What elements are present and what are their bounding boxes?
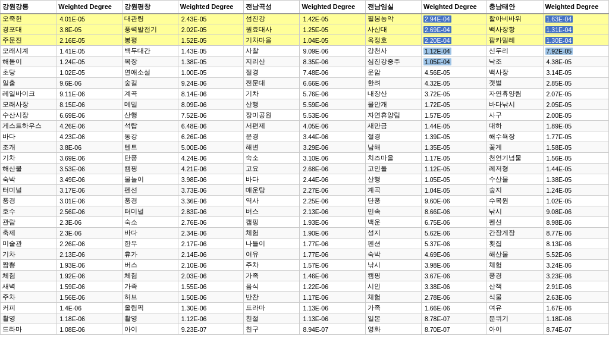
taean-val: 8.74E-07 [543,324,608,335]
taean-val: 3.24E-06 [543,260,608,271]
gangneung-name: 모래시계 [1,46,56,57]
value-badge: 2.3E-06 [58,218,83,227]
taean-name: 숲지 [487,185,543,196]
taean-name: 해산물 [487,249,543,260]
value-badge: 1.31E-04 [545,26,573,33]
table-row: 오죽헌 4.01E-05 대관령 2.43E-05 섬진강 1.42E-05 필… [1,14,609,24]
gokseong-val: 2.44E-06 [300,174,365,185]
pyeongchang-val: 2.76E-06 [178,217,243,228]
value-badge: 1.59E-06 [58,283,86,291]
value-badge: 2.76E-06 [180,218,208,227]
value-badge: 1.89E-05 [545,122,573,130]
imsil-name: 캠핑 [365,271,421,281]
value-badge: 2.16E-05 [58,37,86,44]
table-body: 오죽헌 4.01E-05 대관령 2.43E-05 섬진강 1.42E-05 필… [1,14,609,335]
value-badge: 1.05E-04 [423,58,451,65]
value-badge: 1.4E-06 [58,304,83,312]
taean-val: 5.52E-06 [543,249,608,260]
value-badge: 2.69E-04 [423,26,451,33]
gokseong-name: 장미공원 [244,110,300,121]
table-row: 일출 9.6E-06 숲길 9.24E-06 전문대 6.66E-06 한려 4… [1,78,609,89]
gangneung-name: 기차 [1,153,56,164]
value-badge: 8.94E-07 [302,325,329,334]
imsil-val: 1.35E-05 [422,142,487,153]
table-row: 기차 3.69E-06 단풍 4.24E-06 숙소 3.10E-06 치즈마을… [1,153,609,164]
imsil-val: 1.04E-05 [422,185,487,196]
value-badge: 1.67E-06 [545,304,573,312]
gokseong-val: 1.90E-06 [300,228,365,239]
imsil-name: 성지 [365,228,421,239]
table-row: 수산시장 6.69E-06 산행 7.52E-06 장미공원 5.53E-06 … [1,110,609,121]
imsil-val: 9.60E-06 [422,196,487,206]
gokseong-name: 고요 [244,164,300,174]
gangneung-name: 주차 [1,292,56,303]
value-badge: 3.38E-06 [423,283,451,291]
gokseong-name: 매운탕 [244,185,300,196]
gokseong-val: 6.66E-06 [300,78,365,89]
taean-name: 수산물 [487,174,543,185]
value-badge: 1.00E-05 [180,68,208,77]
gangneung-name: 모래사장 [1,99,56,110]
value-badge: 2.91E-06 [545,283,573,291]
gangneung-val: 3.53E-06 [56,164,122,174]
value-badge: 8.78E-07 [423,315,451,323]
pyeongchang-name: 숲길 [122,78,178,89]
value-badge: 1.90E-06 [302,229,329,237]
value-badge: 6.66E-06 [302,79,329,87]
gokseong-val: 8.35E-06 [300,57,365,67]
table-row: 축제 2.3E-06 바다 2.34E-06 체험 1.90E-06 성지 5.… [1,228,609,239]
imsil-val: 1.05E-04 [422,57,487,67]
value-badge: 4.05E-06 [302,122,329,130]
pyeongchang-name: 허브 [122,292,178,303]
taean-val: 2.85E-05 [543,78,608,89]
imsil-val: 1.17E-05 [422,153,487,164]
pyeongchang-name: 풍경 [122,196,178,206]
value-badge: 1.44E-05 [545,165,573,173]
gokseong-name: 원효대사 [244,24,300,35]
value-badge: 1.24E-05 [545,186,573,194]
imsil-val: 5.62E-06 [422,228,487,239]
value-badge: 2.14E-06 [180,250,208,259]
table-row: 커피 1.4E-06 올림픽 1.30E-06 드라마 1.13E-06 가족 … [1,303,609,313]
value-badge: 6.48E-06 [180,122,208,130]
value-badge: 8.77E-06 [545,229,573,237]
imsil-name: 내장산 [365,89,421,99]
gokseong-name: 버스 [244,206,300,217]
table-row: 조개 3.8E-06 텐트 5.00E-06 해변 3.29E-06 남해 1.… [1,142,609,153]
value-badge: 3.14E-05 [545,68,573,77]
value-badge: 7.48E-06 [302,68,329,77]
value-badge: 2.17E-06 [180,240,208,248]
value-badge: 2.10E-06 [180,261,208,269]
gangneung-val: 1.18E-06 [56,313,122,324]
imsil-val: 3.72E-05 [422,89,487,99]
gangneung-val: 1.41E-05 [56,46,122,57]
value-badge: 9.08E-06 [545,208,573,216]
taean-val: 3.23E-06 [543,271,608,281]
taean-val: 2.63E-06 [543,292,608,303]
pyeongchang-val: 1.00E-05 [178,67,243,78]
pyeongchang-name: 백두대간 [122,46,178,57]
taean-name: 레저형 [487,164,543,174]
gangneung-name: 경포대 [1,24,56,35]
taean-name: 횟집 [487,239,543,249]
taean-name: 바다낚시 [487,99,543,110]
pyeongchang-name: 바다 [122,228,178,239]
pyeongchang-val: 4.24E-06 [178,153,243,164]
gokseong-val: 1.93E-06 [300,217,365,228]
pyeongchang-val: 2.14E-06 [178,249,243,260]
header-wd-pyeongchang: Weighted Degree [178,1,243,14]
table-row: 촬영 1.18E-06 촬영 1.12E-06 친절 1.13E-06 일본 8… [1,313,609,324]
table-row: 레일바이크 9.11E-06 계곡 8.14E-06 기차 5.76E-06 내… [1,89,609,99]
value-badge: 1.57E-05 [423,111,451,120]
gangneung-val: 1.24E-05 [56,57,122,67]
table-row: 주차 1.56E-06 허브 1.50E-06 반찬 1.17E-06 체험 2… [1,292,609,303]
value-badge: 2.26E-06 [58,240,86,248]
pyeongchang-val: 6.48E-06 [178,121,243,131]
taean-val: 1.30E-04 [543,35,608,46]
imsil-val: 1.05E-05 [422,174,487,185]
imsil-name: 절경 [365,131,421,142]
gangneung-val: 3.49E-06 [56,174,122,185]
taean-name: 풍경 [487,271,543,281]
imsil-name: 낚시 [365,260,421,271]
imsil-name: 옥정호 [365,35,421,46]
